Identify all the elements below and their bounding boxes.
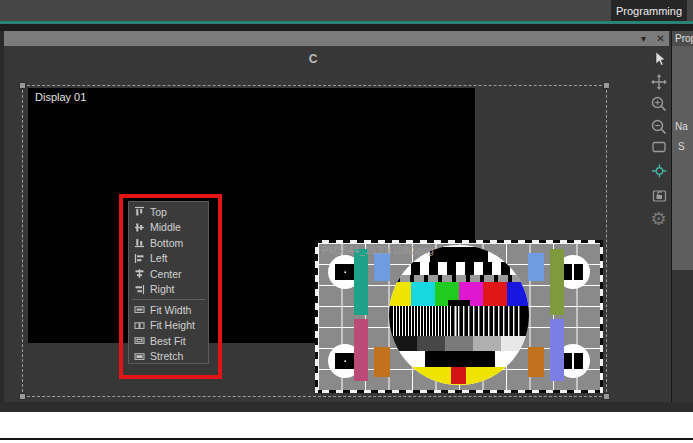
property-label-size: S [678,141,685,152]
selection-handle-bottom-left[interactable] [19,393,26,400]
gear-icon: ⚙ [650,210,666,228]
c-glyph: C [304,52,322,66]
zoom-out-icon [649,117,669,137]
canvas-panel-header [4,31,669,46]
panel-close-icon[interactable]: ✕ [653,31,668,46]
dark-divider-strip [0,24,693,31]
zoom-out-tool-button[interactable] [648,117,669,137]
marquee-tool-button[interactable] [648,137,669,157]
panel-collapse-icon[interactable]: ▾ [636,31,651,46]
selection-handle-bottom-right[interactable] [603,393,610,400]
editing-canvas[interactable]: C Display 01 PM5544_1920x1080.png [4,46,669,412]
move-tool-button[interactable] [648,72,669,92]
locate-crosshair-icon [649,161,669,181]
test-pattern-image[interactable]: PM5544_1920x1080.png [315,240,603,393]
bottom-divider-line [0,438,693,440]
annotation-red-box [119,194,222,379]
select-tool-button[interactable] [648,49,669,69]
ants-border-right [600,240,603,393]
tab-programming[interactable]: Programming [611,0,687,21]
cursor-icon [649,49,669,69]
selection-handle-top-left[interactable] [19,82,26,89]
lock-tool-button[interactable] [648,185,669,205]
app-window: Programming ▾ ✕ C Display 01 PM5544_1920… [0,0,693,443]
pm5544-test-card [318,243,600,390]
selection-handle-top-right[interactable] [603,82,610,89]
property-label-name: Na [675,121,688,132]
ants-border-bottom [315,390,603,393]
properties-panel-title: Prop [672,31,693,46]
status-strip [0,402,693,412]
marquee-icon [649,137,669,157]
properties-panel-lower [672,270,693,412]
move-icon [649,72,669,92]
lock-icon [649,185,669,205]
image-filename-label: PM5544_1920x1080.png [322,245,434,256]
zoom-in-icon [649,94,669,114]
properties-panel: Prop Na S [671,31,693,412]
locate-tool-button[interactable] [648,161,669,181]
settings-tool-button[interactable]: ⚙ [648,209,669,229]
top-menu-bar [0,0,693,21]
zoom-in-tool-button[interactable] [648,94,669,114]
